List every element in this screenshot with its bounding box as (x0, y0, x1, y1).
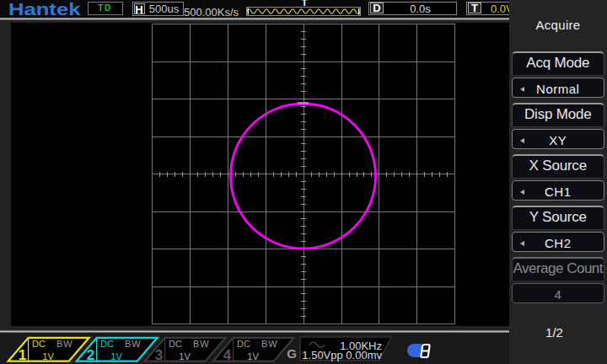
svg-text:3: 3 (155, 347, 163, 363)
svg-text:1V: 1V (179, 351, 191, 361)
svg-text:1V: 1V (42, 351, 54, 361)
svg-text:4: 4 (223, 347, 232, 363)
svg-text:1V: 1V (110, 351, 122, 361)
svg-text:DC: DC (169, 339, 182, 349)
svg-text:1V: 1V (247, 351, 259, 361)
svg-text:DC: DC (237, 339, 250, 349)
svg-text:DC: DC (32, 339, 46, 349)
svg-text:2: 2 (87, 347, 94, 363)
svg-text:G: G (287, 346, 297, 361)
svg-text:BW: BW (193, 339, 210, 349)
svg-text:DC: DC (100, 339, 114, 349)
svg-text:BW: BW (261, 339, 278, 349)
svg-text:1.50Vpp 0.00mv: 1.50Vpp 0.00mv (302, 349, 382, 361)
svg-text:1: 1 (19, 347, 26, 363)
svg-text:BW: BW (56, 339, 73, 349)
svg-text:BW: BW (125, 339, 142, 349)
